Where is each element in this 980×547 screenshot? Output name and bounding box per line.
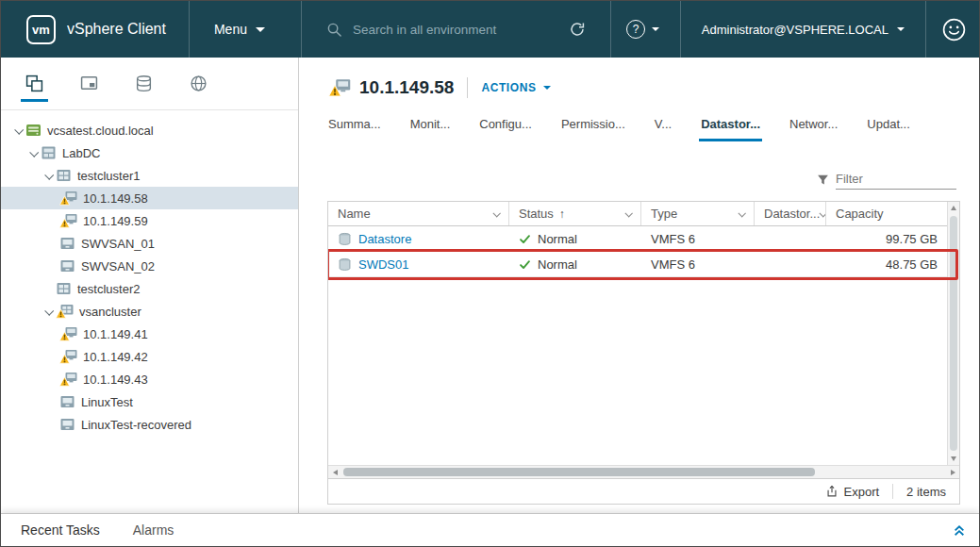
filter-row	[300, 170, 956, 190]
chevron-down-icon	[256, 27, 265, 32]
table-row-highlighted[interactable]: SWDS01 Normal VMFS 6 48.75 GB	[328, 252, 947, 277]
vsphere-client-window: vm vSphere Client Menu ? Administrator@V…	[0, 0, 980, 547]
column-header-name[interactable]: Name	[328, 202, 509, 225]
column-menu-icon[interactable]	[491, 211, 501, 217]
actions-button[interactable]: ACTIONS	[481, 81, 550, 94]
object-tabs: Summa... Monit... Configu... Permissio..…	[328, 117, 979, 141]
vms-templates-icon	[80, 75, 98, 92]
divider	[301, 1, 302, 58]
tab-datastores[interactable]: Datastor...	[701, 117, 760, 141]
search-icon	[326, 22, 342, 38]
cell-name: Datastore	[328, 232, 509, 246]
tree-item-label: vsancluster	[79, 305, 141, 319]
scroll-down-arrow[interactable]	[948, 453, 959, 465]
tab-monitor[interactable]: Monit...	[410, 117, 451, 141]
vertical-scroll-thumb[interactable]	[950, 216, 957, 451]
actions-label: ACTIONS	[481, 81, 536, 94]
tree-item[interactable]: vcsatest.cloud.local	[1, 119, 298, 141]
inventory-view-tabs	[1, 58, 298, 110]
tree-item[interactable]: LabDC	[1, 141, 298, 164]
horizontal-scrollbar[interactable]	[328, 465, 959, 478]
navigation-sidebar: vcsatest.cloud.local LabDC testcluster1 …	[1, 58, 299, 513]
networking-view-tab[interactable]	[190, 58, 208, 110]
refresh-icon[interactable]	[569, 21, 586, 38]
column-header-datastore-cluster[interactable]: Datastor...	[755, 202, 826, 225]
table-row[interactable]: Datastore Normal VMFS 6 99.75 GB	[328, 226, 947, 252]
tab-vms[interactable]: V...	[655, 117, 672, 141]
help-menu-button[interactable]: ?	[611, 1, 674, 58]
grid-empty-area	[328, 277, 959, 465]
scroll-right-arrow[interactable]	[946, 466, 959, 478]
tab-configure[interactable]: Configu...	[479, 117, 532, 141]
tree-item[interactable]: 10.1.149.42	[1, 345, 298, 368]
cluster-icon	[56, 168, 72, 183]
vcenter-icon	[25, 123, 42, 138]
cell-name: SWDS01	[328, 257, 509, 272]
vms-templates-view-tab[interactable]	[80, 58, 98, 110]
user-menu-button[interactable]: Administrator@VSPHERE.LOCAL	[681, 1, 925, 58]
export-icon	[825, 485, 839, 498]
tree-item-label: 10.1.149.42	[83, 350, 148, 364]
tree-item[interactable]: SWVSAN_01	[1, 232, 298, 255]
datastore-link[interactable]: Datastore	[358, 232, 411, 246]
recent-tasks-tab[interactable]: Recent Tasks	[21, 522, 100, 538]
grid-footer: Export 2 items	[328, 478, 959, 504]
tree-item[interactable]: SWVSAN_02	[1, 255, 298, 277]
tree-item-label: vcsatest.cloud.local	[47, 124, 154, 138]
divider	[467, 77, 468, 98]
scroll-up-arrow[interactable]	[948, 202, 959, 214]
vertical-scrollbar[interactable]	[947, 202, 959, 465]
column-header-status[interactable]: Status ↑	[509, 202, 641, 225]
tree-item[interactable]: testcluster1	[1, 164, 298, 187]
inventory-tree: vcsatest.cloud.local LabDC testcluster1 …	[1, 110, 298, 436]
collapse-panel-icon[interactable]	[952, 522, 967, 538]
tree-item[interactable]: 10.1.149.59	[1, 209, 298, 232]
chevron-down-icon[interactable]	[41, 308, 56, 315]
tree-item[interactable]: 10.1.149.41	[1, 323, 298, 345]
chevron-down-icon[interactable]	[41, 173, 56, 179]
feedback-smiley-icon[interactable]	[941, 17, 967, 42]
column-menu-icon[interactable]	[737, 211, 746, 217]
search-input[interactable]	[353, 23, 537, 37]
cluster-warning-icon	[56, 304, 74, 319]
tab-updates[interactable]: Updat...	[867, 117, 910, 141]
tree-item[interactable]: LinuxTest	[1, 390, 298, 413]
tree-item[interactable]: LinuxTest-recovered	[1, 413, 298, 436]
tab-permissions[interactable]: Permissio...	[561, 117, 625, 141]
chevron-down-icon[interactable]	[25, 150, 41, 157]
chevron-down-icon	[543, 86, 551, 90]
datacenter-icon	[41, 145, 57, 160]
scroll-left-arrow[interactable]	[328, 466, 341, 478]
filter-input[interactable]	[836, 172, 956, 186]
tab-summary[interactable]: Summa...	[328, 117, 381, 141]
vmware-logo-text: vm	[32, 23, 50, 37]
host-warning-icon	[59, 326, 77, 341]
hosts-clusters-view-tab[interactable]	[25, 58, 43, 110]
network-icon	[190, 75, 208, 92]
divider	[925, 1, 926, 58]
horizontal-scroll-thumb[interactable]	[343, 468, 815, 476]
column-menu-icon[interactable]	[820, 211, 825, 217]
sort-ascending-icon: ↑	[559, 207, 565, 221]
tree-item[interactable]: testcluster2	[1, 277, 298, 300]
alarms-tab[interactable]: Alarms	[133, 522, 174, 538]
menu-label: Menu	[214, 22, 247, 37]
tree-item-label: testcluster1	[77, 169, 140, 183]
chevron-down-icon[interactable]	[10, 127, 25, 134]
tree-item-selected[interactable]: 10.1.149.58	[1, 187, 298, 209]
vm-icon	[59, 394, 75, 409]
menu-button[interactable]: Menu	[190, 1, 301, 58]
storage-view-tab[interactable]	[135, 58, 153, 110]
tree-item[interactable]: vsancluster	[1, 300, 298, 323]
column-header-capacity[interactable]: Capacity	[826, 202, 947, 225]
page-title: 10.1.149.58	[359, 77, 454, 98]
vmware-logo: vm	[26, 15, 56, 44]
export-button[interactable]: Export	[825, 485, 880, 499]
tab-networks[interactable]: Networ...	[789, 117, 838, 141]
tree-item-label: LinuxTest	[81, 395, 133, 409]
tree-item-label: testcluster2	[77, 282, 140, 296]
column-menu-icon[interactable]	[623, 211, 633, 217]
column-header-type[interactable]: Type	[641, 202, 755, 225]
tree-item[interactable]: 10.1.149.43	[1, 368, 298, 390]
datastore-link[interactable]: SWDS01	[358, 257, 408, 272]
